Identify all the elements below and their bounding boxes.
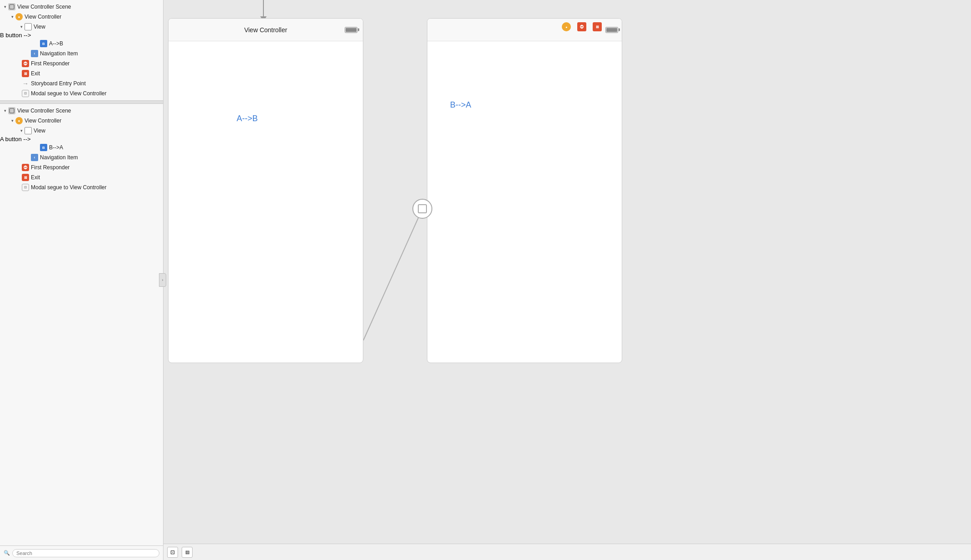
modal-b-label: Modal segue to View Controller [31, 184, 107, 191]
btn-b-icon: B [40, 144, 47, 151]
btn-a-icon: B [40, 40, 47, 47]
modal-a-label: Modal segue to View Controller [31, 90, 107, 97]
entry-a-item[interactable]: → Storyboard Entry Point [0, 79, 163, 88]
nav-b-icon: ‹ [31, 154, 38, 161]
vc-frame-b: ● ⓵ ⊠ B-->A [427, 18, 622, 363]
btn-b-item[interactable]: B B-->A [0, 142, 163, 152]
exit-b-item[interactable]: ⊠ Exit [0, 172, 163, 182]
battery-icon-b [605, 27, 618, 33]
nav-a-label: Navigation Item [40, 50, 78, 57]
triangle-vc-a: ▾ [9, 15, 15, 19]
responder-b-label: First Responder [31, 164, 69, 171]
search-input[interactable] [12, 549, 159, 557]
scene-b-icon [8, 107, 15, 114]
exit-a-icon: ⊠ [22, 70, 29, 77]
view-b-label: View [34, 128, 45, 134]
scene-a-label: View Controller Scene [17, 4, 71, 10]
exit-a-label: Exit [31, 70, 40, 77]
vc-a-title: View Controller [244, 26, 287, 34]
scene-b-label: View Controller Scene [17, 108, 71, 114]
responder-a-item[interactable]: ⓵ First Responder [0, 59, 163, 69]
btn-a-label: A-->B [49, 40, 63, 47]
vc-a-title-bar: View Controller [168, 19, 363, 41]
canvas: View Controller A-->B ● ⓵ ⊠ B-->A [163, 0, 971, 560]
exit-b-label: Exit [31, 174, 40, 181]
triangle-view-b: ▾ [18, 128, 25, 133]
nav-a-item[interactable]: ‹ Navigation Item [0, 49, 163, 59]
svg-line-6 [363, 209, 422, 340]
tree-section-a: ▾ View Controller Scene ▾ ● View Control… [0, 0, 163, 100]
btn-a-item[interactable]: B A-->B [0, 39, 163, 49]
vc-b-content: B-->A [427, 41, 622, 363]
battery-fill-a [346, 28, 357, 32]
triangle-view-a: ▾ [18, 25, 25, 29]
vc-b-item[interactable]: ▾ ● View Controller [0, 116, 163, 126]
responder-b-icon: ⓵ [22, 164, 29, 171]
vc-a-icon: ● [15, 13, 23, 20]
tree-section-b: ▾ View Controller Scene ▾ ● View Control… [0, 104, 163, 194]
modal-a-icon: ⊡ [22, 90, 29, 97]
triangle-scene-a: ▾ [2, 5, 8, 9]
view-a-item[interactable]: ▾ View [0, 22, 163, 32]
exit-a-item[interactable]: ⊠ Exit [0, 69, 163, 79]
vc-b-icon: ● [15, 117, 23, 124]
search-bar: 🔍 [0, 545, 163, 560]
search-icon: 🔍 [4, 550, 10, 556]
view-b-icon [25, 127, 32, 134]
exit-b-icon: ⊠ [22, 174, 29, 181]
zoom-fit-icon: ⊡ [170, 549, 175, 555]
sidebar: ▾ View Controller Scene ▾ ● View Control… [0, 0, 163, 560]
svg-rect-1 [10, 6, 13, 8]
scene-a-icon [8, 3, 15, 10]
responder-a-icon: ⓵ [22, 60, 29, 67]
responder-a-label: First Responder [31, 60, 69, 67]
triangle-scene-b: ▾ [2, 108, 8, 113]
insp-responder-icon[interactable]: ⓵ [577, 22, 586, 31]
segue-inner [418, 204, 427, 213]
scene-a-item[interactable]: ▾ View Controller Scene [0, 2, 163, 12]
inspector-icons: ● ⓵ ⊠ [562, 22, 604, 31]
nav-a-icon: ‹ [31, 50, 38, 57]
vc-a-label: View Controller [25, 14, 61, 20]
view-b-item[interactable]: ▾ View [0, 126, 163, 136]
entry-a-icon: → [22, 80, 29, 87]
insp-vc-icon[interactable]: ● [562, 22, 571, 31]
vc-a-item[interactable]: ▾ ● View Controller [0, 12, 163, 22]
battery-icon-a [345, 27, 357, 33]
scene-divider [0, 100, 163, 104]
modal-a-item[interactable]: ⊡ Modal segue to View Controller [0, 88, 163, 98]
vc-frame-a: View Controller A-->B [168, 18, 363, 363]
triangle-vc-b: ▾ [9, 118, 15, 123]
modal-b-icon: ⊡ [22, 184, 29, 191]
modal-b-item[interactable]: ⊡ Modal segue to View Controller [0, 182, 163, 192]
nav-b-item[interactable]: ‹ Navigation Item [0, 152, 163, 162]
panel-toggle-icon: ▤ [185, 550, 189, 555]
view-a-label: View [34, 24, 45, 30]
svg-rect-3 [10, 110, 13, 112]
segue-circle [412, 199, 432, 219]
vc-a-content: A-->B [168, 41, 363, 363]
vc-b-label: View Controller [25, 118, 61, 124]
scene-b-item[interactable]: ▾ View Controller Scene [0, 106, 163, 116]
bottom-toolbar: ⊡ ▤ [163, 544, 971, 560]
btn-b-label: B-->A [49, 144, 63, 151]
label-a-to-b: A-->B [237, 114, 258, 123]
nav-b-label: Navigation Item [40, 154, 78, 161]
zoom-fit-button[interactable]: ⊡ [167, 547, 178, 558]
responder-b-item[interactable]: ⓵ First Responder [0, 162, 163, 172]
label-b-to-a: B-->A [450, 100, 471, 110]
battery-fill-b [606, 28, 617, 32]
view-a-icon [25, 23, 32, 30]
vc-b-title-bar: ● ⓵ ⊠ [427, 19, 622, 41]
entry-a-label: Storyboard Entry Point [31, 80, 86, 87]
sidebar-expander[interactable]: › [159, 273, 166, 287]
insp-exit-icon[interactable]: ⊠ [593, 22, 602, 31]
panel-toggle-button[interactable]: ▤ [182, 547, 193, 558]
